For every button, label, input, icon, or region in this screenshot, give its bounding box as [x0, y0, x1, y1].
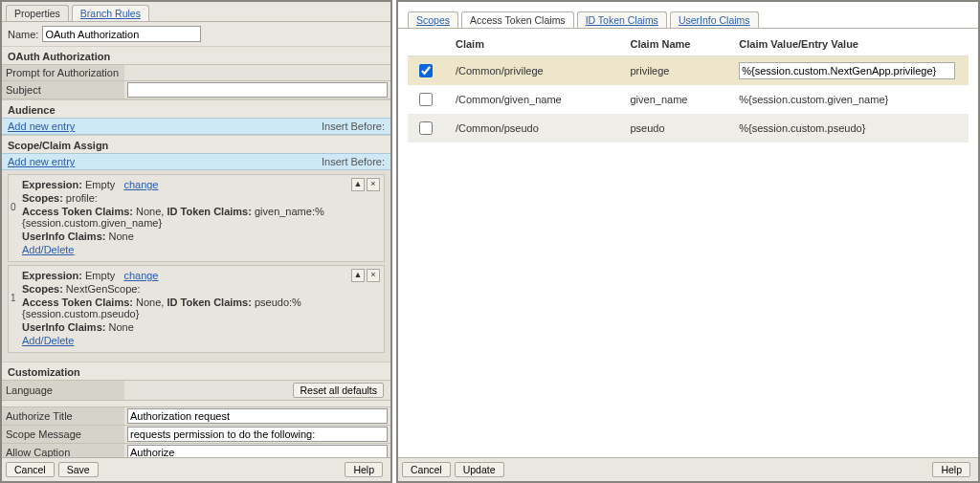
scope-item-up-icon[interactable]: ▲ — [351, 269, 365, 282]
atc-value: None, — [136, 296, 164, 308]
scope-claim-header: Scope/Claim Assign — [2, 135, 390, 153]
col-claim-value: Claim Value/Entry Value — [731, 33, 969, 56]
scopes-label: Scopes: — [22, 192, 63, 204]
scope-insert-before: Insert Before: — [316, 154, 390, 169]
scope-item-index: 1 — [11, 293, 16, 303]
left-tabs: Properties Branch Rules — [2, 2, 390, 22]
right-update-button[interactable]: Update — [455, 462, 504, 477]
row-claim: /Common/pseudo — [448, 114, 622, 143]
atc-label: Access Token Claims: — [22, 206, 133, 217]
scopes-label: Scopes: — [22, 283, 63, 295]
prompt-value — [124, 65, 390, 81]
row-claim-name: pseudo — [622, 114, 731, 143]
userinfo-label: UserInfo Claims: — [22, 321, 105, 333]
scope-item: 0 ▲ × Expression: Empty change Scopes: p… — [8, 174, 385, 262]
row-claim-value-input[interactable] — [739, 62, 955, 79]
row-claim-name: privilege — [622, 56, 731, 86]
tab-properties[interactable]: Properties — [6, 5, 69, 21]
tab-id-token-claims[interactable]: ID Token Claims — [577, 11, 667, 28]
scope-item-close-icon[interactable]: × — [367, 269, 380, 282]
tab-access-token-claims[interactable]: Access Token Claims — [461, 11, 574, 28]
name-input[interactable] — [42, 26, 201, 42]
scope-message-input[interactable] — [127, 427, 388, 442]
expression-change-link[interactable]: change — [123, 179, 158, 190]
row-claim-name: given_name — [622, 85, 731, 114]
row-checkbox[interactable] — [419, 121, 433, 135]
customization-header: Customization — [2, 362, 390, 380]
row-claim-value: %{session.custom.pseudo} — [731, 114, 969, 143]
add-delete-link[interactable]: Add/Delete — [22, 244, 74, 255]
tab-branch-rules[interactable]: Branch Rules — [72, 5, 149, 21]
language-label: Language — [2, 381, 124, 401]
expression-value: Empty — [85, 179, 115, 190]
expression-label: Expression: — [22, 179, 82, 190]
name-label: Name: — [8, 29, 38, 40]
right-cancel-button[interactable]: Cancel — [402, 462, 451, 477]
scopes-value: profile: — [66, 192, 98, 204]
table-row[interactable]: /Common/privilege privilege — [408, 56, 969, 86]
scopes-value: NextGenScope: — [66, 283, 141, 295]
left-help-button[interactable]: Help — [345, 462, 383, 477]
audience-header: Audience — [2, 99, 390, 118]
atc-value: None, — [136, 206, 164, 217]
userinfo-label: UserInfo Claims: — [22, 231, 105, 242]
row-claim: /Common/given_name — [448, 85, 622, 114]
col-claim-name: Claim Name — [622, 33, 731, 56]
expression-value: Empty — [85, 270, 115, 281]
scope-item: 1 ▲ × Expression: Empty change Scopes: N… — [8, 265, 385, 353]
audience-add-entry[interactable]: Add new entry — [2, 119, 80, 134]
atc-label: Access Token Claims: — [22, 296, 133, 308]
reset-all-defaults-button[interactable]: Reset all defaults — [293, 383, 384, 398]
table-row[interactable]: /Common/given_name given_name %{session.… — [408, 85, 969, 114]
row-checkbox[interactable] — [419, 64, 433, 77]
tab-userinfo-claims[interactable]: UserInfo Claims — [670, 11, 759, 28]
expression-change-link[interactable]: change — [123, 270, 158, 281]
authorize-title-label: Authorize Title — [2, 407, 124, 426]
id-label: ID Token Claims: — [167, 296, 251, 308]
id-label: ID Token Claims: — [167, 206, 251, 217]
scope-item-up-icon[interactable]: ▲ — [351, 178, 365, 191]
scope-item-index: 0 — [11, 202, 16, 212]
col-claim: Claim — [448, 33, 622, 56]
subject-input[interactable] — [127, 82, 388, 98]
allow-caption-input[interactable] — [127, 445, 388, 457]
left-save-button[interactable]: Save — [58, 462, 99, 477]
row-checkbox[interactable] — [419, 93, 433, 106]
subject-label: Subject — [2, 81, 124, 99]
userinfo-value: None — [108, 231, 133, 242]
expression-label: Expression: — [22, 270, 82, 281]
prompt-label: Prompt for Authorization — [2, 65, 124, 81]
right-help-button[interactable]: Help — [932, 462, 970, 477]
row-claim: /Common/privilege — [448, 56, 622, 86]
scope-add-entry[interactable]: Add new entry — [2, 154, 80, 169]
authorize-title-input[interactable] — [127, 408, 388, 424]
scope-message-label: Scope Message — [2, 426, 124, 444]
left-cancel-button[interactable]: Cancel — [6, 462, 55, 477]
allow-caption-label: Allow Caption — [2, 444, 124, 458]
right-tabs: Scopes Access Token Claims ID Token Clai… — [398, 2, 978, 29]
tab-scopes[interactable]: Scopes — [408, 11, 458, 28]
table-row[interactable]: /Common/pseudo pseudo %{session.custom.p… — [408, 114, 969, 143]
add-delete-link[interactable]: Add/Delete — [22, 335, 74, 346]
row-claim-value: %{session.custom.given_name} — [731, 85, 969, 114]
oauth-auth-header: OAuth Authorization — [2, 46, 390, 64]
userinfo-value: None — [108, 321, 133, 333]
audience-insert-before: Insert Before: — [316, 119, 390, 134]
scope-item-close-icon[interactable]: × — [367, 178, 380, 191]
